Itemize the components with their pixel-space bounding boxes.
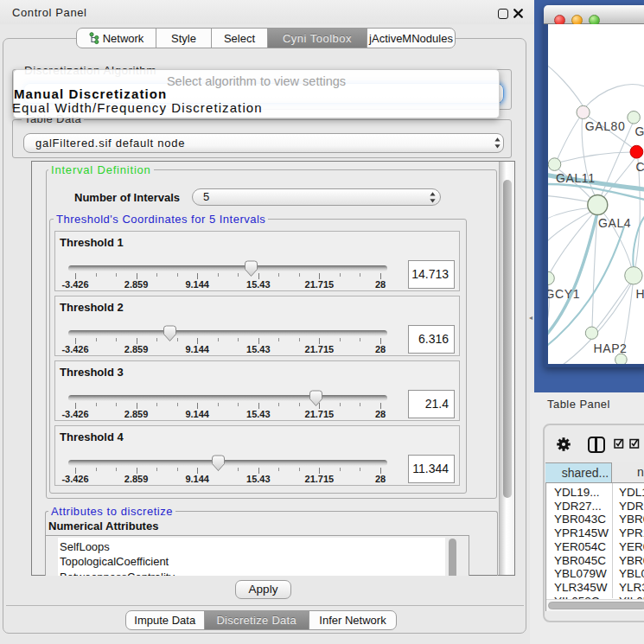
svg-text:H: H: [636, 287, 644, 301]
svg-text:GA: GA: [635, 124, 644, 138]
svg-text:GAL4: GAL4: [598, 216, 631, 230]
svg-text:GAL11: GAL11: [556, 171, 596, 185]
svg-text:C: C: [635, 160, 644, 174]
svg-text:GAL80: GAL80: [585, 119, 626, 133]
svg-text:GCY1: GCY1: [545, 287, 581, 301]
svg-text:HAP2: HAP2: [594, 341, 628, 355]
